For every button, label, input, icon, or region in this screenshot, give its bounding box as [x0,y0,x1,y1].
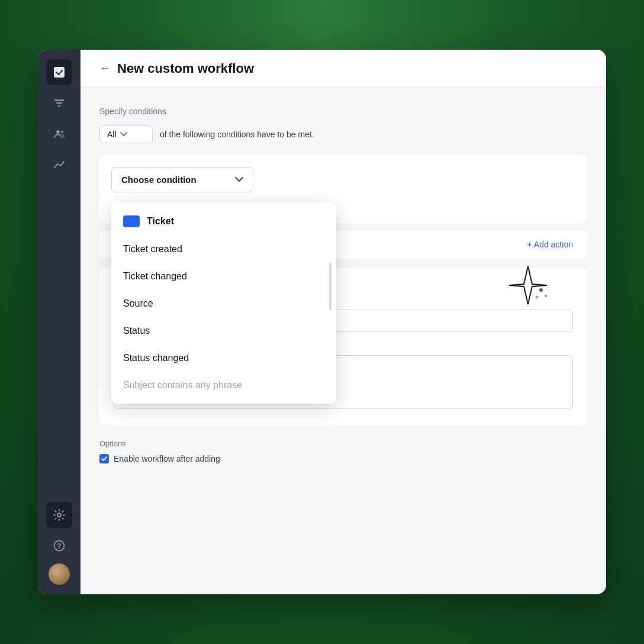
ticket-created-label: Ticket created [123,244,182,255]
sidebar-icon-settings[interactable] [46,502,72,528]
conditions-row: All of the following conditions have to … [99,125,587,143]
page-title: New custom workflow [117,61,254,76]
options-label: Options [99,439,587,448]
header: ← New custom workflow [80,50,606,88]
source-label: Source [123,298,153,309]
status-changed-label: Status changed [123,353,189,363]
add-action-link[interactable]: + Add action [527,240,573,249]
ticket-icon [123,215,140,227]
dropdown-item-source[interactable]: Source [111,290,336,317]
ticket-header-label: Ticket [147,216,174,227]
dropdown-item-status-changed[interactable]: Status changed [111,344,336,372]
svg-rect-0 [54,67,65,78]
ticket-changed-label: Ticket changed [123,271,187,282]
chevron-down-icon [235,177,243,182]
chevron-down-icon [120,132,127,137]
dropdown-item-status[interactable]: Status [111,317,336,344]
conditions-description: of the following conditions have to be m… [160,130,314,139]
sidebar-icon-users[interactable] [46,121,72,147]
options-section: Options Enable workflow after adding [99,439,587,473]
choose-condition-button[interactable]: Choose condition [111,167,253,192]
enable-workflow-checkbox[interactable] [99,454,109,463]
scrollbar [329,263,331,310]
enable-workflow-row: Enable workflow after adding [99,454,587,463]
svg-point-4 [56,130,60,134]
dropdown-item-ticket-created[interactable]: Ticket created [111,236,336,263]
condition-row: Choose condition Ticket Ticket [111,167,575,192]
all-select[interactable]: All [99,125,153,143]
specify-conditions-label: Specify conditions [99,107,587,116]
svg-text:?: ? [57,542,61,550]
sidebar-icon-chart[interactable] [46,152,72,178]
back-button[interactable]: ← [99,62,110,75]
sidebar-icon-help[interactable]: ? [46,533,72,559]
condition-dropdown: Ticket Ticket created Ticket changed Sou… [111,202,336,404]
svg-rect-2 [56,102,62,104]
all-label: All [107,130,117,139]
sidebar: ? [38,50,80,594]
sidebar-icon-check[interactable] [46,59,72,85]
svg-rect-1 [54,99,64,101]
svg-rect-3 [58,105,60,107]
status-label: Status [123,326,150,336]
dropdown-item-subject-contains[interactable]: Subject contains any phrase [111,372,336,399]
choose-condition-label: Choose condition [121,175,197,185]
main-content: ← New custom workflow Specify conditions… [80,50,606,594]
dropdown-item-ticket-changed[interactable]: Ticket changed [111,263,336,290]
subject-contains-label: Subject contains any phrase [123,380,242,391]
dropdown-item-ticket-header: Ticket [111,207,336,236]
svg-point-5 [61,131,64,134]
enable-workflow-label: Enable workflow after adding [114,454,220,463]
avatar[interactable] [49,564,70,585]
app-window: ? ← New custom workflow Specify conditio… [38,50,606,594]
svg-point-6 [57,513,61,517]
sidebar-icon-filter[interactable] [46,90,72,116]
page-body: Specify conditions All of the following … [80,88,606,594]
condition-container: Choose condition Ticket Ticket [99,155,587,223]
